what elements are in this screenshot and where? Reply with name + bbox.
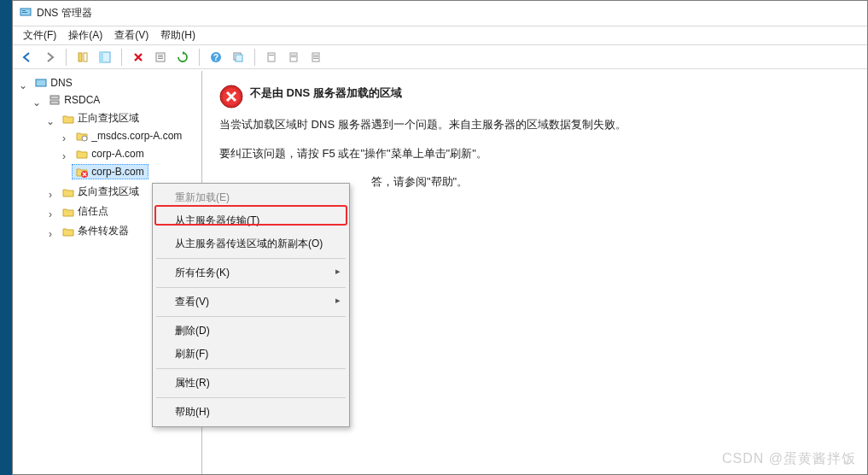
tree-root-dns[interactable]: DNS xyxy=(31,75,76,91)
folder-icon xyxy=(62,113,74,125)
tree-conditional-fwd[interactable]: 条件转发器 xyxy=(58,222,133,240)
ctx-view[interactable]: 查看(V) xyxy=(154,290,347,314)
tree-fwd-label: 正向查找区域 xyxy=(78,111,139,126)
dns-app-icon xyxy=(20,6,32,21)
svg-rect-19 xyxy=(291,56,296,57)
svg-rect-2 xyxy=(22,12,27,13)
refresh-button[interactable] xyxy=(173,48,192,67)
ctx-all-tasks[interactable]: 所有任务(K) xyxy=(154,261,347,284)
ctx-reload: 重新加载(E) xyxy=(154,186,347,209)
twisty-icon[interactable]: ⌄ xyxy=(18,79,28,91)
svg-rect-8 xyxy=(158,55,163,56)
svg-rect-21 xyxy=(313,55,318,56)
toolbar-sep xyxy=(66,49,67,66)
ctx-sep xyxy=(156,397,346,398)
svg-rect-4 xyxy=(84,53,87,62)
content-p1: 当尝试加载区域时 DNS 服务器遇到一个问题。来自主服务器的区域数据复制失败。 xyxy=(219,114,850,134)
tree-root-label: DNS xyxy=(50,77,72,89)
svg-rect-26 xyxy=(50,101,59,104)
body: ⌄ DNS ⌄ RSDCA xyxy=(13,71,867,474)
content-title: 不是由 DNS 服务器加载的区域 xyxy=(250,83,850,103)
tree-z2-label: corp-B.com xyxy=(91,166,143,178)
context-menu: 重新加载(E) 从主服务器传输(T) 从主服务器传送区域的新副本(O) 所有任务… xyxy=(152,183,350,427)
svg-point-27 xyxy=(82,136,87,141)
up-button[interactable] xyxy=(73,48,92,67)
svg-rect-15 xyxy=(268,53,275,62)
watermark: CSDN @蛋黄酱拌饭 xyxy=(722,450,856,468)
dns-icon xyxy=(35,77,47,89)
menu-action[interactable]: 操作(A) xyxy=(68,28,102,43)
svg-rect-14 xyxy=(236,55,242,62)
forward-button[interactable] xyxy=(40,48,59,67)
svg-rect-23 xyxy=(313,58,318,59)
tree-zone-corp-a[interactable]: corp-A.com xyxy=(72,146,148,161)
tree-server-label: RSDCA xyxy=(64,94,100,106)
svg-rect-9 xyxy=(158,56,163,57)
filter-3-button[interactable] xyxy=(306,48,325,67)
svg-text:?: ? xyxy=(213,53,218,62)
back-button[interactable] xyxy=(18,48,37,67)
menu-file[interactable]: 文件(F) xyxy=(23,28,56,43)
delete-button[interactable] xyxy=(129,48,148,67)
ctx-sep xyxy=(156,368,346,369)
twisty-icon[interactable]: › xyxy=(45,228,55,240)
svg-rect-10 xyxy=(158,58,163,59)
error-icon xyxy=(219,85,243,114)
ctx-new-copy-from-master[interactable]: 从主服务器传送区域的新副本(O) xyxy=(154,232,347,255)
twisty-icon[interactable]: › xyxy=(59,132,69,144)
svg-rect-1 xyxy=(22,10,26,11)
tree-forward-zones[interactable]: 正向查找区域 xyxy=(58,109,143,127)
toolbar-sep-2 xyxy=(121,49,122,66)
svg-rect-18 xyxy=(291,55,296,56)
ctx-transfer-from-master[interactable]: 从主服务器传输(T) xyxy=(154,209,347,232)
tree-server[interactable]: RSDCA xyxy=(44,92,104,108)
svg-rect-16 xyxy=(269,55,274,56)
tree-reverse-zones[interactable]: 反向查找区域 xyxy=(58,183,143,201)
tree-zone-msdcs[interactable]: _msdcs.corp-A.com xyxy=(72,128,186,144)
tree-trust-points[interactable]: 信任点 xyxy=(58,202,113,220)
tree-zone-corp-b[interactable]: corp-B.com xyxy=(72,164,148,179)
tree-rev-label: 反向查找区域 xyxy=(78,185,139,199)
window: DNS 管理器 文件(F) 操作(A) 查看(V) 帮助(H) ? ⌄ xyxy=(12,0,868,475)
show-tree-button[interactable] xyxy=(96,48,114,67)
twisty-icon[interactable]: › xyxy=(45,189,55,201)
help-button[interactable]: ? xyxy=(207,48,225,67)
svg-rect-3 xyxy=(79,53,82,62)
content-p2: 要纠正该问题，请按 F5 或在"操作"菜单上单击"刷新"。 xyxy=(219,144,850,163)
new-window-button[interactable] xyxy=(229,48,248,67)
filter-1-button[interactable] xyxy=(262,48,281,67)
twisty-icon[interactable]: ⌄ xyxy=(32,97,42,108)
twisty-icon[interactable]: ⌄ xyxy=(45,115,55,127)
spacer xyxy=(59,168,69,180)
left-desktop-strip xyxy=(0,0,12,475)
properties-button[interactable] xyxy=(151,48,170,67)
svg-rect-24 xyxy=(36,79,46,86)
filter-2-button[interactable] xyxy=(284,48,303,67)
svg-rect-25 xyxy=(50,96,59,99)
menu-view[interactable]: 查看(V) xyxy=(114,28,149,43)
ctx-delete[interactable]: 删除(D) xyxy=(154,320,347,343)
ctx-help[interactable]: 帮助(H) xyxy=(154,401,347,424)
ctx-sep xyxy=(156,287,346,288)
svg-rect-6 xyxy=(100,52,103,62)
tree-z1-label: corp-A.com xyxy=(91,148,143,160)
svg-rect-22 xyxy=(313,56,318,57)
zone-icon xyxy=(76,130,88,142)
window-title: DNS 管理器 xyxy=(37,6,92,21)
tree-cond-label: 条件转发器 xyxy=(78,224,129,238)
toolbar-sep-3 xyxy=(199,49,200,66)
ctx-refresh[interactable]: 刷新(F) xyxy=(154,343,347,366)
server-icon xyxy=(49,94,61,106)
zone-error-icon xyxy=(76,166,88,178)
toolbar: ? xyxy=(13,45,867,69)
twisty-icon[interactable]: › xyxy=(59,150,69,162)
menubar: 文件(F) 操作(A) 查看(V) 帮助(H) xyxy=(13,26,867,45)
ctx-sep xyxy=(156,258,346,259)
tree-z0-label: _msdcs.corp-A.com xyxy=(91,130,182,142)
content-p3-partial: 答，请参阅"帮助"。 xyxy=(371,172,850,191)
menu-help[interactable]: 帮助(H) xyxy=(160,28,195,43)
folder-icon xyxy=(62,206,74,218)
folder-icon xyxy=(62,186,74,198)
ctx-properties[interactable]: 属性(R) xyxy=(154,372,347,395)
twisty-icon[interactable]: › xyxy=(45,208,55,220)
